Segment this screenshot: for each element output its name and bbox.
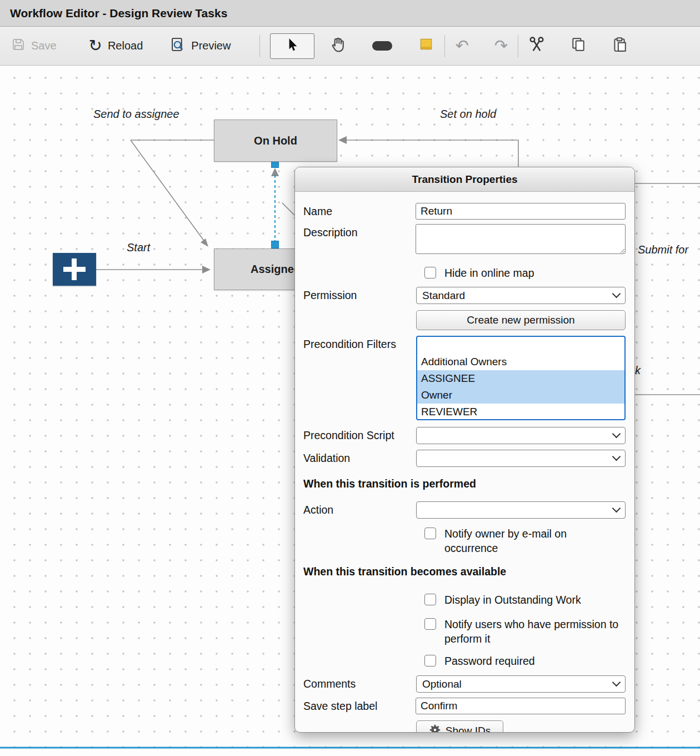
reload-button[interactable]: ↻ Reload	[89, 38, 143, 54]
undo-icon: ↶	[455, 38, 468, 54]
transition-label-start[interactable]: Start	[127, 241, 150, 254]
display-outstanding-label: Display in Outstanding Work	[444, 593, 581, 607]
password-required-row: Password required	[424, 654, 626, 668]
chevron-down-icon	[612, 290, 621, 299]
permission-select[interactable]: Standard	[416, 287, 626, 304]
create-new-permission-button[interactable]: Create new permission	[416, 310, 626, 330]
notify-owner-row: Notify owner by e-mail on occurrence	[424, 526, 626, 555]
start-node[interactable]	[53, 253, 96, 286]
reload-label: Reload	[108, 39, 143, 52]
preview-label: Preview	[191, 39, 231, 52]
chevron-down-icon	[612, 504, 621, 513]
save-step-input[interactable]	[416, 698, 626, 714]
permission-label: Permission	[303, 287, 416, 302]
window-title: Workflow Editor - Design Review Tasks	[10, 7, 227, 20]
paste-button[interactable]	[612, 37, 627, 55]
description-input[interactable]	[416, 224, 626, 254]
hand-icon	[330, 36, 347, 56]
plus-icon	[72, 258, 77, 280]
precondition-filters-label: Precondition Filters	[303, 336, 416, 351]
filter-option[interactable]: REVIEWER	[417, 404, 624, 420]
state-shape-icon	[372, 41, 392, 51]
dialog-title: Transition Properties	[412, 173, 517, 186]
transition-label-send-to-assignee[interactable]: Send to assignee	[93, 108, 179, 121]
hide-in-online-map-label: Hide in online map	[444, 266, 534, 280]
action-label: Action	[303, 501, 416, 516]
save-label: Save	[31, 39, 57, 52]
permission-value: Standard	[422, 290, 613, 302]
dialog-title-bar[interactable]: Transition Properties	[295, 167, 634, 192]
save-icon	[11, 37, 26, 54]
precondition-script-select[interactable]	[416, 427, 626, 444]
filter-option[interactable]	[417, 337, 624, 354]
display-outstanding-checkbox[interactable]	[424, 594, 436, 605]
comments-value: Optional	[422, 678, 613, 690]
paste-icon	[612, 37, 627, 55]
toolbar-separator	[444, 35, 445, 57]
chevron-down-icon	[612, 452, 621, 461]
notify-users-row: Notify users who have permission to perf…	[424, 617, 626, 646]
filter-option[interactable]: Additional Owners	[417, 354, 624, 370]
validation-select[interactable]	[416, 450, 626, 467]
cursor-icon	[285, 37, 299, 55]
show-ids-button[interactable]: Show IDs	[416, 720, 503, 733]
notify-owner-label: Notify owner by e-mail on occurrence	[444, 526, 621, 555]
validation-label: Validation	[303, 450, 416, 465]
password-required-label: Password required	[444, 654, 535, 668]
section-when-available: When this transition becomes available	[303, 565, 626, 578]
select-tool-button[interactable]	[270, 33, 314, 59]
preview-button[interactable]: Preview	[171, 37, 231, 55]
chevron-down-icon	[612, 430, 621, 439]
state-node-on-hold[interactable]: On Hold	[214, 120, 337, 162]
hide-in-online-map-row: Hide in online map	[424, 266, 626, 280]
name-label: Name	[303, 203, 416, 218]
action-select[interactable]	[416, 501, 626, 519]
show-ids-label: Show IDs	[446, 725, 491, 733]
gear-icon	[429, 724, 441, 733]
name-input[interactable]	[416, 203, 626, 220]
comments-label: Comments	[303, 675, 416, 690]
note-icon	[418, 37, 434, 55]
notify-owner-checkbox[interactable]	[424, 528, 436, 539]
note-tool-button[interactable]	[418, 37, 434, 55]
cut-button[interactable]	[528, 36, 545, 56]
transition-label-set-on-hold[interactable]: Set on hold	[440, 108, 496, 121]
undo-button[interactable]: ↶	[455, 38, 468, 54]
precondition-filters-listbox[interactable]: Additional Owners ASSIGNEE Owner REVIEWE…	[416, 336, 626, 420]
password-required-checkbox[interactable]	[424, 655, 436, 667]
filter-option[interactable]: ASSIGNEE	[417, 370, 624, 387]
notify-users-checkbox[interactable]	[424, 618, 436, 630]
hide-in-online-map-checkbox[interactable]	[424, 267, 436, 278]
transition-handle-bottom[interactable]	[272, 241, 279, 248]
pan-tool-button[interactable]	[330, 36, 347, 56]
notify-users-label: Notify users who have permission to perf…	[444, 617, 621, 646]
comments-select[interactable]: Optional	[416, 675, 626, 693]
transition-label-submit-for[interactable]: Submit for	[638, 243, 688, 256]
preview-icon	[171, 37, 186, 55]
transition-properties-dialog: Transition Properties Name Description H…	[294, 167, 635, 733]
toolbar-separator	[518, 35, 518, 57]
toolbar-separator	[259, 35, 260, 57]
copy-icon	[571, 37, 586, 55]
filter-option[interactable]: Owner	[417, 387, 624, 404]
redo-button[interactable]: ↷	[494, 38, 508, 54]
display-outstanding-row: Display in Outstanding Work	[424, 593, 626, 607]
copy-button[interactable]	[571, 37, 586, 55]
title-bar: Workflow Editor - Design Review Tasks	[0, 0, 700, 27]
transition-label-fragment: k	[635, 364, 641, 377]
precondition-script-label: Precondition Script	[303, 427, 416, 442]
save-button[interactable]: Save	[11, 37, 57, 54]
toolbar: Save ↻ Reload Preview	[0, 27, 700, 66]
state-tool-button[interactable]	[372, 41, 392, 51]
save-step-label: Save step label	[303, 698, 416, 713]
scissors-icon	[528, 36, 545, 56]
section-when-performed: When this transition is performed	[303, 478, 626, 490]
reload-icon: ↻	[89, 38, 102, 54]
description-label: Description	[303, 224, 416, 239]
redo-icon: ↷	[494, 38, 508, 54]
chevron-down-icon	[612, 678, 621, 687]
dialog-body: Name Description Hide in online map Perm…	[295, 192, 634, 733]
workflow-editor-window: Workflow Editor - Design Review Tasks Sa…	[0, 0, 700, 756]
